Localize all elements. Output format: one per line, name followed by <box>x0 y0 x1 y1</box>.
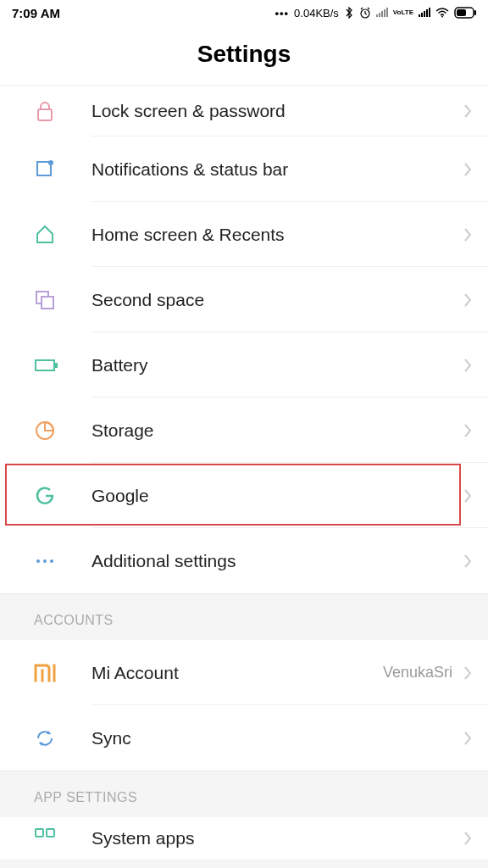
row-label: Additional settings <box>92 551 236 571</box>
chevron-right-icon <box>463 487 473 504</box>
second-space-icon <box>34 289 56 311</box>
apps-icon <box>34 827 56 849</box>
section-accounts: ACCOUNTS <box>0 593 488 640</box>
bluetooth-icon <box>344 7 354 19</box>
status-bar: 7:09 AM ••• 0.04KB/s VoLTE <box>0 0 488 25</box>
svg-point-13 <box>36 559 40 563</box>
row-notifications[interactable]: Notifications & status bar <box>0 136 488 202</box>
row-lock-screen[interactable]: Lock screen & password <box>0 86 488 136</box>
more-horizontal-icon <box>34 557 56 565</box>
chevron-right-icon <box>463 103 473 120</box>
chevron-right-icon <box>463 553 473 570</box>
google-icon <box>34 485 56 507</box>
row-second-space[interactable]: Second space <box>0 267 488 332</box>
row-value: VenukaSri <box>383 664 452 682</box>
chevron-right-icon <box>463 730 473 747</box>
svg-rect-9 <box>42 297 53 309</box>
svg-point-1 <box>441 16 443 18</box>
notifications-icon <box>34 159 56 181</box>
home-icon <box>34 224 56 246</box>
alarm-icon <box>359 7 371 19</box>
mi-icon <box>34 664 58 682</box>
row-label: Lock screen & password <box>92 101 286 121</box>
signal-icon-2 <box>419 8 430 18</box>
app-settings-list: System apps <box>0 817 488 860</box>
more-icon: ••• <box>274 7 289 19</box>
row-label: Google <box>92 486 149 506</box>
svg-rect-17 <box>47 829 54 837</box>
status-indicators: ••• 0.04KB/s VoLTE <box>274 7 476 19</box>
chevron-right-icon <box>463 665 473 682</box>
chevron-right-icon <box>463 226 473 243</box>
page-title: Settings <box>0 41 488 68</box>
svg-point-15 <box>50 559 53 563</box>
row-label: Battery <box>92 355 148 376</box>
lock-icon <box>34 100 56 122</box>
signal-icon <box>376 8 388 18</box>
row-additional-settings[interactable]: Additional settings <box>0 528 488 593</box>
row-battery[interactable]: Battery <box>0 332 488 398</box>
chevron-right-icon <box>463 161 473 178</box>
row-label: Sync <box>92 728 131 748</box>
svg-rect-10 <box>36 360 54 370</box>
svg-rect-4 <box>474 10 476 15</box>
row-label: System apps <box>92 828 194 849</box>
row-mi-account[interactable]: Mi Account VenukaSri <box>0 640 488 705</box>
settings-list: Lock screen & password Notifications & s… <box>0 86 488 593</box>
row-home-screen[interactable]: Home screen & Recents <box>0 202 488 267</box>
svg-rect-16 <box>36 829 43 837</box>
svg-rect-11 <box>55 363 58 368</box>
row-label: Notifications & status bar <box>92 159 288 180</box>
row-storage[interactable]: Storage <box>0 398 488 463</box>
row-sync[interactable]: Sync <box>0 705 488 771</box>
accounts-list: Mi Account VenukaSri Sync <box>0 640 488 771</box>
storage-icon <box>34 420 56 442</box>
status-time: 7:09 AM <box>12 6 60 20</box>
wifi-icon <box>435 8 449 18</box>
section-app-settings: APP SETTINGS <box>0 771 488 817</box>
chevron-right-icon <box>463 422 473 439</box>
svg-point-7 <box>48 160 53 165</box>
row-system-apps[interactable]: System apps <box>0 817 488 860</box>
svg-point-14 <box>43 559 47 563</box>
chevron-right-icon <box>463 830 473 847</box>
chevron-right-icon <box>463 357 473 374</box>
row-google[interactable]: Google <box>0 463 488 528</box>
svg-rect-5 <box>38 109 52 120</box>
row-label: Home screen & Recents <box>92 225 285 245</box>
battery-icon <box>454 7 476 19</box>
chevron-right-icon <box>463 292 473 309</box>
row-label: Second space <box>92 290 204 310</box>
volte-icon: VoLTE <box>393 9 413 16</box>
battery-icon <box>34 357 59 374</box>
page-header: Settings <box>0 25 488 86</box>
network-speed: 0.04KB/s <box>294 7 339 19</box>
svg-rect-3 <box>457 9 466 16</box>
row-label: Mi Account <box>92 663 179 683</box>
row-label: Storage <box>92 420 154 441</box>
sync-icon <box>34 727 56 749</box>
